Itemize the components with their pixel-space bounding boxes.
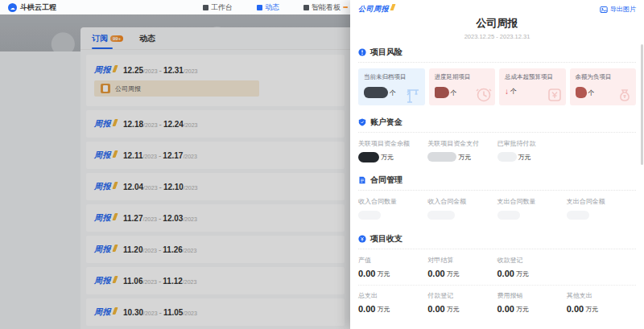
down-arrow: ↓ xyxy=(505,88,509,96)
redacted-value xyxy=(358,211,381,220)
metric: 产值 0.00万元 xyxy=(358,256,427,279)
metric: 关联项目资金余额 万元 xyxy=(358,139,427,162)
metric: 付款登记 0.00万元 xyxy=(427,291,497,315)
redacted-value xyxy=(497,211,520,220)
drawer-title: 公司周报 xyxy=(350,16,644,31)
app-title: 斗栱云工程 xyxy=(20,2,56,13)
divider xyxy=(358,285,636,286)
menu-item-smart-board[interactable]: 智能看板 xyxy=(303,2,348,13)
risk-card-negative-balance: 余额为负项目 个 xyxy=(570,68,637,105)
redacted-value xyxy=(427,211,455,220)
section-account-funds: 账户资金 xyxy=(358,117,636,133)
risk-card-unarchived: 当前未归档项目 个 xyxy=(358,68,425,105)
export-image-icon xyxy=(600,6,608,14)
redacted-value xyxy=(497,152,517,162)
export-image-button[interactable]: 导出图片 xyxy=(600,5,636,14)
section-project-risk: 项目风险 xyxy=(358,47,636,63)
redacted-value xyxy=(567,211,589,220)
drawer-date-range: 2023.12.25 - 2023.12.31 xyxy=(350,33,644,40)
company-weekly-report-drawer: 公司周报 导出图片 公司周报 2023.12.25 - 2023.12.31 项… xyxy=(350,0,644,329)
smart-board-badge xyxy=(343,6,348,8)
income-row-1: 产值 0.00万元 对甲结算 0.00万元 收款登记 0.00万元 xyxy=(358,256,636,279)
risk-card-schedule-delay: 进度延期项目 个 xyxy=(429,68,496,105)
section-project-income-expense: 项目收支 xyxy=(358,233,636,249)
metric: 其他支出 0.00万元 xyxy=(567,291,636,315)
menu-item-workbench[interactable]: 工作台 xyxy=(203,2,233,13)
menu-item-activity[interactable]: 动态 xyxy=(257,2,279,13)
clock-icon xyxy=(475,86,493,104)
metric: 收入合同金额 xyxy=(427,197,497,220)
metric: 关联项目资金支付 万元 xyxy=(427,139,497,162)
money-bag-icon xyxy=(616,86,634,104)
metric: 收入合同数量 xyxy=(358,197,427,220)
coin-icon xyxy=(358,235,366,243)
risk-cards: 当前未归档项目 个 进度延期项目 个 总成本超预算项目 ↓个 余额为负项目 个 xyxy=(358,68,636,105)
metric: 对甲结算 0.00万元 xyxy=(427,256,497,279)
redacted-value xyxy=(358,152,379,162)
redacted-value xyxy=(364,87,388,98)
contract-metrics: 收入合同数量 收入合同金额 支出合同数量 支出合同金额 xyxy=(358,197,636,220)
shield-icon xyxy=(358,118,366,126)
redacted-value xyxy=(576,87,587,98)
metric: 已审批待付款 万元 xyxy=(497,139,567,162)
metric: 收款登记 0.00万元 xyxy=(497,256,567,279)
metric: 支出合同数量 xyxy=(497,197,567,220)
redacted-value xyxy=(427,152,456,162)
redacted-value xyxy=(435,87,449,98)
workbench-icon xyxy=(203,5,208,10)
contract-doc-icon xyxy=(358,176,366,184)
income-row-2: 总支出 0.00万元 付款登记 0.00万元 费用报销 0.00万元 其他支出 … xyxy=(358,291,636,315)
funds-metrics: 关联项目资金余额 万元 关联项目资金支付 万元 已审批待付款 万元 xyxy=(358,139,636,162)
risk-card-over-budget: 总成本超预算项目 ↓个 xyxy=(499,68,566,105)
section-contract-management: 合同管理 xyxy=(358,175,636,191)
metric: 总支出 0.00万元 xyxy=(358,291,427,315)
metric: 支出合同金额 xyxy=(567,197,636,220)
drawer-scrollbar[interactable] xyxy=(641,44,643,165)
smart-board-icon xyxy=(303,5,309,10)
yen-badge-icon xyxy=(546,86,564,104)
drawer-brand-tag: 公司周报 xyxy=(358,4,394,14)
app-logo-icon: ☁ xyxy=(8,3,17,12)
modal-dim-overlay[interactable] xyxy=(0,14,350,329)
metric: 费用报销 0.00万元 xyxy=(497,291,567,315)
activity-icon xyxy=(257,5,262,10)
top-menu: 工作台 动态 智能看板 xyxy=(203,0,348,14)
crane-icon xyxy=(405,86,423,104)
risk-warning-icon xyxy=(358,48,366,56)
